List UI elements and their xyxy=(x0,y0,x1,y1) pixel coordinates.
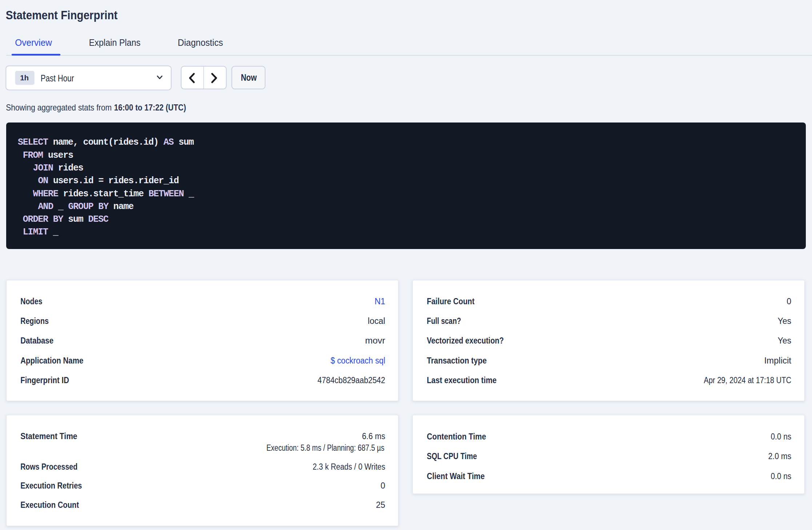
svg-text:ON users.id = rides.rider_id: ON users.id = rides.rider_id xyxy=(38,176,179,186)
svg-text:2.0 ms: 2.0 ms xyxy=(768,451,792,461)
svg-text:Apr 29, 2024 at 17:18 UTC: Apr 29, 2024 at 17:18 UTC xyxy=(704,376,791,385)
svg-text:0: 0 xyxy=(381,481,385,490)
svg-text:Failure Count: Failure Count xyxy=(427,297,474,306)
svg-text:Client Wait Time: Client Wait Time xyxy=(427,471,485,481)
svg-text:FROM users: FROM users xyxy=(23,150,73,161)
svg-text:SQL CPU Time: SQL CPU Time xyxy=(427,451,477,461)
svg-text:Application Name: Application Name xyxy=(20,356,83,365)
svg-text:Now: Now xyxy=(241,72,257,83)
svg-text:movr: movr xyxy=(365,336,385,345)
svg-text:Transaction type: Transaction type xyxy=(427,356,487,365)
svg-text:Statement Time: Statement Time xyxy=(20,431,77,441)
svg-text:Full scan?: Full scan? xyxy=(427,316,461,326)
svg-text:local: local xyxy=(368,316,385,326)
svg-text:6.6 ms: 6.6 ms xyxy=(362,431,385,441)
svg-text:1h: 1h xyxy=(20,73,29,82)
svg-text:Regions: Regions xyxy=(20,316,49,326)
svg-text:0.0 ns: 0.0 ns xyxy=(771,432,791,441)
svg-text:Execution: 5.8 ms / Planning:: Execution: 5.8 ms / Planning: 687.5 µs xyxy=(266,443,385,453)
svg-text:Contention Time: Contention Time xyxy=(427,432,486,441)
svg-text:LIMIT _: LIMIT _ xyxy=(23,227,59,237)
svg-text:Last execution time: Last execution time xyxy=(427,376,497,385)
svg-text:WHERE rides.start_time BETWEEN: WHERE rides.start_time BETWEEN _ xyxy=(33,189,195,199)
svg-text:Yes: Yes xyxy=(777,316,791,326)
svg-text:JOIN rides: JOIN rides xyxy=(33,163,83,173)
svg-text:Database: Database xyxy=(20,336,53,345)
svg-text:Overview: Overview xyxy=(15,37,52,48)
svg-text:Vectorized execution?: Vectorized execution? xyxy=(427,336,504,345)
svg-text:ORDER BY sum DESC: ORDER BY sum DESC xyxy=(23,214,109,225)
svg-text:Fingerprint ID: Fingerprint ID xyxy=(20,376,69,385)
svg-text:16:00 to 17:22 (UTC): 16:00 to 17:22 (UTC) xyxy=(114,103,186,112)
svg-text:Execution Retries: Execution Retries xyxy=(20,481,82,490)
svg-text:SELECT name, count(rides.id) A: SELECT name, count(rides.id) AS sum xyxy=(18,137,194,148)
svg-text:Execution Count: Execution Count xyxy=(20,500,79,510)
svg-text:Nodes: Nodes xyxy=(20,297,42,306)
svg-text:25: 25 xyxy=(376,500,385,510)
svg-text:Statement Fingerprint: Statement Fingerprint xyxy=(6,8,118,22)
svg-text:0.0 ns: 0.0 ns xyxy=(771,471,791,481)
svg-text:Explain Plans: Explain Plans xyxy=(89,37,141,48)
svg-text:Past Hour: Past Hour xyxy=(41,73,74,84)
svg-text:Implicit: Implicit xyxy=(764,356,791,365)
svg-text:Rows Processed: Rows Processed xyxy=(20,462,77,471)
svg-text:$ cockroach sql: $ cockroach sql xyxy=(331,356,385,365)
svg-text:Showing aggregated stats from: Showing aggregated stats from xyxy=(6,103,112,112)
svg-text:AND _ GROUP BY name: AND _ GROUP BY name xyxy=(38,201,134,212)
svg-text:4784cb829aab2542: 4784cb829aab2542 xyxy=(318,376,385,385)
svg-text:0: 0 xyxy=(787,297,791,306)
svg-text:Diagnostics: Diagnostics xyxy=(178,37,223,48)
svg-text:N1: N1 xyxy=(374,297,385,306)
svg-text:2.3 k Reads / 0 Writes: 2.3 k Reads / 0 Writes xyxy=(313,462,385,471)
svg-text:Yes: Yes xyxy=(777,336,791,345)
